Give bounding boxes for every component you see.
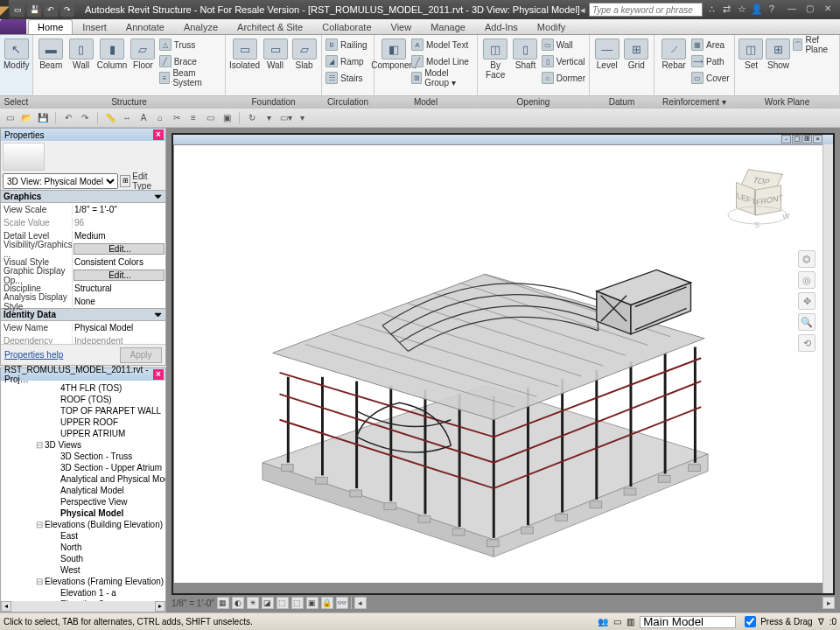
property-grid[interactable]: Graphics⏷View Scale1/8" = 1'-0"Scale Val… xyxy=(1,190,165,344)
tree-node[interactable]: North xyxy=(3,542,164,553)
search-dropdown-icon[interactable]: ◂ xyxy=(580,4,585,16)
ob-align-icon[interactable]: ↔ xyxy=(121,112,133,124)
ob-d2-icon[interactable]: ▭▾ xyxy=(279,112,291,124)
vc-shadows-icon[interactable]: ◪ xyxy=(262,597,274,609)
vf-cascade-icon[interactable]: ⊞ xyxy=(802,135,812,144)
vc-lock-icon[interactable]: 🔒 xyxy=(321,597,333,609)
structure-beam-system-button[interactable]: ≡Beam System xyxy=(159,70,221,86)
vf-close-icon[interactable]: × xyxy=(813,135,822,144)
prop-row[interactable]: Scale Value96 xyxy=(1,216,165,229)
viewcube[interactable]: TOP LEFT FRONT S W xyxy=(728,166,798,236)
model-model-text-button[interactable]: AModel Text xyxy=(411,37,473,52)
tab-architect-site[interactable]: Architect & Site xyxy=(228,19,312,34)
ob-text-icon[interactable]: A xyxy=(137,112,150,124)
circulation-ramp-button[interactable]: ◢Ramp xyxy=(326,53,368,69)
view-scale[interactable]: 1/8" = 1'-0" xyxy=(172,598,214,608)
tab-analyze[interactable]: Analyze xyxy=(174,19,228,34)
workplane-ref-plane-button[interactable]: ⌒Ref Plane xyxy=(793,37,836,52)
vc-visual-style-icon[interactable]: ◐ xyxy=(232,597,244,609)
minimize-icon[interactable]: — xyxy=(788,4,800,16)
tree-node[interactable]: Perspective View xyxy=(3,496,164,508)
opening-wall-button[interactable]: ▭Wall xyxy=(542,37,585,52)
prop-group-graphics[interactable]: Graphics⏷ xyxy=(1,190,165,203)
vc-left-icon[interactable]: ◂ xyxy=(354,597,367,609)
tree-node[interactable]: East xyxy=(3,530,164,542)
reinforcement-path-button[interactable]: ⟿Path xyxy=(691,53,730,69)
tree-node[interactable]: 3D Section - Truss xyxy=(3,451,164,462)
structure-wall-button[interactable]: ▯Wall xyxy=(66,37,94,70)
ob-section-icon[interactable]: ✂ xyxy=(171,112,183,124)
structure-floor-button[interactable]: ▱Floor xyxy=(129,37,157,70)
browser-hscroll[interactable]: ◂ ▸ xyxy=(1,601,165,612)
ob-3d-icon[interactable]: ⌂ xyxy=(154,112,166,124)
ob-open-icon[interactable]: 📂 xyxy=(20,112,32,124)
vf-max-icon[interactable]: ▢ xyxy=(792,135,802,144)
select-modify-button[interactable]: ↖Modify xyxy=(4,37,29,70)
ob-save-icon[interactable]: 💾 xyxy=(37,112,49,124)
exchange-icon[interactable]: ⇄ xyxy=(721,4,733,16)
datum-level-button[interactable]: —Level xyxy=(593,37,621,70)
qat-open-icon[interactable]: ▭ xyxy=(10,3,24,17)
properties-title[interactable]: Properties × xyxy=(1,129,165,141)
tree-node[interactable]: UPPER ROOF xyxy=(3,416,164,428)
tree-node[interactable]: Physical Model xyxy=(3,508,164,519)
tree-node[interactable]: Elevation 1 - a xyxy=(3,587,164,598)
datum-grid-button[interactable]: ⊞Grid xyxy=(623,37,651,70)
ob-thinlines-icon[interactable]: ≡ xyxy=(187,112,200,124)
scroll-left-icon[interactable]: ◂ xyxy=(1,601,11,612)
tree-node[interactable]: West xyxy=(3,564,164,576)
tree-node[interactable]: UPPER ATRIUM xyxy=(3,428,164,439)
foundation-slab-button[interactable]: ▱Slab xyxy=(290,37,318,70)
prop-group-identity-data[interactable]: Identity Data⏷ xyxy=(1,308,165,321)
structure-beam-button[interactable]: ▬Beam xyxy=(37,37,65,70)
tab-home[interactable]: Home xyxy=(28,19,73,34)
view-frame-titlebar[interactable] xyxy=(173,135,833,144)
press-drag-checkbox[interactable] xyxy=(745,616,756,627)
type-selector[interactable]: 3D View: Physical Model xyxy=(3,173,118,189)
qat-redo-icon[interactable]: ↷ xyxy=(60,3,74,17)
view-vscroll[interactable] xyxy=(822,144,833,593)
nav-pan-icon[interactable]: ✥ xyxy=(798,292,816,310)
filter-icon[interactable]: ∇ xyxy=(818,617,824,626)
edit-type-link[interactable]: Edit Type xyxy=(132,172,164,191)
tab-add-ins[interactable]: Add-Ins xyxy=(475,19,528,34)
ob-undo-icon[interactable]: ↶ xyxy=(62,112,74,124)
foundation-wall-button[interactable]: ▭Wall xyxy=(262,37,289,70)
viewcube-compass[interactable]: S W xyxy=(726,205,789,229)
reinforcement-area-button[interactable]: ▦Area xyxy=(691,37,730,52)
project-browser-title[interactable]: RST_ROMULUS_MODEL_2011.rvt - Proj… × xyxy=(1,368,165,381)
project-browser-tree[interactable]: 4TH FLR (TOS)ROOF (TOS)TOP OF PARAPET WA… xyxy=(1,381,165,612)
ob-measure-icon[interactable]: 📏 xyxy=(104,112,116,124)
prop-row[interactable]: Graphic Display Op...Edit... xyxy=(1,269,165,282)
vc-right-icon[interactable]: ▸ xyxy=(822,597,835,609)
vc-sun-icon[interactable]: ☀ xyxy=(247,597,259,609)
prop-row[interactable]: Analysis Display StyleNone xyxy=(1,295,165,308)
edit-type-icon[interactable]: ⊞ xyxy=(120,175,130,187)
vc-crop-icon[interactable]: ⬚ xyxy=(291,597,304,609)
ob-d3-icon[interactable]: ▾ xyxy=(296,112,308,124)
scroll-right-icon[interactable]: ▸ xyxy=(155,601,165,612)
tree-node[interactable]: Analytical Model xyxy=(3,485,164,496)
subscription-icon[interactable]: ⛬ xyxy=(706,4,718,16)
status-editable-icon[interactable]: ▭ xyxy=(613,617,621,626)
workplane-set-button[interactable]: ◫Set xyxy=(738,37,764,70)
app-menu-icon[interactable]: ◤ xyxy=(0,0,9,19)
tree-node[interactable]: ⊟Elevations (Framing Elevation) xyxy=(3,576,164,587)
circulation-railing-button[interactable]: ⫼Railing xyxy=(326,37,368,52)
ob-d1-icon[interactable]: ▾ xyxy=(262,112,275,124)
circulation-stairs-button[interactable]: ☷Stairs xyxy=(326,70,368,86)
status-workset-icon[interactable]: 👥 xyxy=(598,617,608,626)
tab-collaborate[interactable]: Collaborate xyxy=(312,19,381,34)
active-workset[interactable] xyxy=(640,616,736,628)
vc-temp-hide-icon[interactable]: 👓 xyxy=(336,597,348,609)
prop-row[interactable]: Visibility/Graphics ...Edit... xyxy=(1,242,165,256)
tree-node[interactable]: ⊟3D Views xyxy=(3,439,164,451)
properties-close-icon[interactable]: × xyxy=(153,130,164,140)
tree-node[interactable]: ⊟Elevations (Building Elevation) xyxy=(3,519,164,530)
opening-dormer-button[interactable]: ⌂Dormer xyxy=(542,70,585,86)
press-drag-toggle[interactable]: Press & Drag xyxy=(741,613,812,630)
ob-redo-icon[interactable]: ↷ xyxy=(79,112,91,124)
scroll-track[interactable] xyxy=(11,601,155,612)
status-workset-pick-icon[interactable]: ▥ xyxy=(626,617,634,626)
vc-render-icon[interactable]: ⬚ xyxy=(276,597,289,609)
